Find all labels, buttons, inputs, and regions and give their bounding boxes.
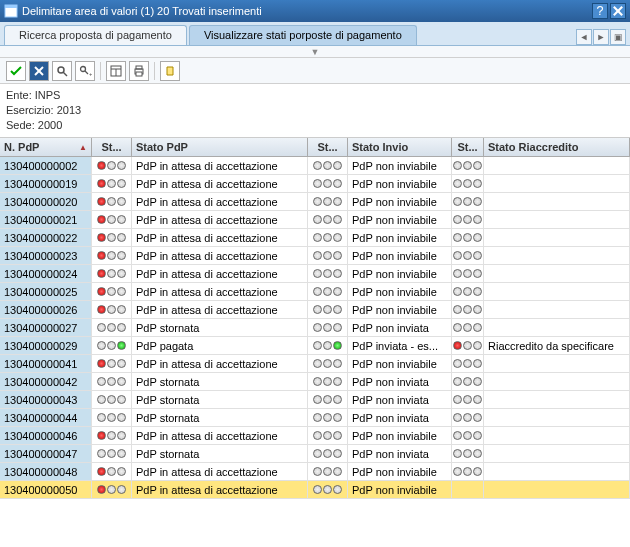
cell-st1 xyxy=(92,283,132,300)
cell-st3 xyxy=(452,427,484,444)
cell-st1 xyxy=(92,463,132,480)
tab-list-button[interactable]: ▣ xyxy=(610,29,626,45)
cell-stato-pdp: PdP in attesa di accettazione xyxy=(132,283,308,300)
table-row[interactable]: 130400000019PdP in attesa di accettazion… xyxy=(0,175,630,193)
cell-stato-pdp: PdP in attesa di accettazione xyxy=(132,175,308,192)
status-light-icon xyxy=(313,215,342,224)
table-row[interactable]: 130400000023PdP in attesa di accettazion… xyxy=(0,247,630,265)
cell-st3 xyxy=(452,355,484,372)
col-st3[interactable]: St... xyxy=(452,138,484,156)
confirm-button[interactable] xyxy=(6,61,26,81)
cell-stato-riaccredito xyxy=(484,409,630,426)
cell-st2 xyxy=(308,193,348,210)
status-light-icon xyxy=(313,359,342,368)
cell-st1 xyxy=(92,265,132,282)
cell-st2 xyxy=(308,301,348,318)
cell-stato-riaccredito: Riaccredito da specificare xyxy=(484,337,630,354)
cell-st2 xyxy=(308,283,348,300)
col-st2[interactable]: St... xyxy=(308,138,348,156)
cell-st3 xyxy=(452,337,484,354)
table-row[interactable]: 130400000042PdP stornataPdP non inviata xyxy=(0,373,630,391)
table-row[interactable]: 130400000002PdP in attesa di accettazion… xyxy=(0,157,630,175)
table-row[interactable]: 130400000047PdP stornataPdP non inviata xyxy=(0,445,630,463)
col-stato-riaccredito[interactable]: Stato Riaccredito xyxy=(484,138,630,156)
window-close-button[interactable] xyxy=(610,3,626,19)
cell-st1 xyxy=(92,427,132,444)
svg-text:+: + xyxy=(89,71,92,77)
table-row[interactable]: 130400000050PdP in attesa di accettazion… xyxy=(0,481,630,499)
table-row[interactable]: 130400000024PdP in attesa di accettazion… xyxy=(0,265,630,283)
cell-stato-riaccredito xyxy=(484,301,630,318)
table-row[interactable]: 130400000044PdP stornataPdP non inviata xyxy=(0,409,630,427)
tab-prev-button[interactable]: ◄ xyxy=(576,29,592,45)
cell-stato-riaccredito xyxy=(484,391,630,408)
collapse-arrow[interactable]: ▼ xyxy=(0,46,630,58)
cell-stato-invio: PdP non inviabile xyxy=(348,355,452,372)
layout-button[interactable] xyxy=(106,61,126,81)
cell-st3 xyxy=(452,175,484,192)
tab-ricerca-proposta[interactable]: Ricerca proposta di pagamento xyxy=(4,25,187,45)
table-row[interactable]: 130400000043PdP stornataPdP non inviata xyxy=(0,391,630,409)
cell-stato-riaccredito xyxy=(484,211,630,228)
status-light-icon xyxy=(313,287,342,296)
tab-next-button[interactable]: ► xyxy=(593,29,609,45)
table-row[interactable]: 130400000020PdP in attesa di accettazion… xyxy=(0,193,630,211)
cell-stato-riaccredito xyxy=(484,319,630,336)
cancel-button[interactable] xyxy=(29,61,49,81)
cell-npdp: 130400000027 xyxy=(0,319,92,336)
svg-line-8 xyxy=(63,72,67,76)
col-stato-pdp[interactable]: Stato PdP xyxy=(132,138,308,156)
cell-st1 xyxy=(92,355,132,372)
cell-stato-riaccredito xyxy=(484,229,630,246)
status-light-icon xyxy=(453,467,482,476)
cell-stato-riaccredito xyxy=(484,445,630,462)
cell-stato-riaccredito xyxy=(484,463,630,480)
status-light-icon xyxy=(313,197,342,206)
cell-st3 xyxy=(452,409,484,426)
cell-npdp: 130400000046 xyxy=(0,427,92,444)
export-button[interactable] xyxy=(160,61,180,81)
cell-st1 xyxy=(92,301,132,318)
status-light-icon xyxy=(453,161,482,170)
status-light-icon xyxy=(97,467,126,476)
col-st1[interactable]: St... xyxy=(92,138,132,156)
esercizio-label: Esercizio: xyxy=(6,104,54,116)
status-light-icon xyxy=(453,287,482,296)
window-help-button[interactable]: ? xyxy=(592,3,608,19)
print-button[interactable] xyxy=(129,61,149,81)
col-npdp[interactable]: N. PdP▲ xyxy=(0,138,92,156)
table-row[interactable]: 130400000027PdP stornataPdP non inviata xyxy=(0,319,630,337)
status-light-icon xyxy=(97,485,126,494)
table-row[interactable]: 130400000029PdP pagataPdP inviata - es..… xyxy=(0,337,630,355)
toolbar: + xyxy=(0,58,630,84)
find-next-button[interactable]: + xyxy=(75,61,95,81)
tab-visualizzare-stati[interactable]: Visualizzare stati porposte di pagamento xyxy=(189,25,417,45)
status-light-icon xyxy=(97,323,126,332)
status-light-icon xyxy=(313,161,342,170)
col-stato-invio[interactable]: Stato Invio xyxy=(348,138,452,156)
cell-st1 xyxy=(92,247,132,264)
cell-stato-invio: PdP non inviabile xyxy=(348,481,452,498)
cell-stato-riaccredito xyxy=(484,157,630,174)
table-row[interactable]: 130400000046PdP in attesa di accettazion… xyxy=(0,427,630,445)
cell-npdp: 130400000023 xyxy=(0,247,92,264)
cell-st2 xyxy=(308,265,348,282)
cell-stato-invio: PdP non inviabile xyxy=(348,247,452,264)
table-row[interactable]: 130400000048PdP in attesa di accettazion… xyxy=(0,463,630,481)
table-row[interactable]: 130400000026PdP in attesa di accettazion… xyxy=(0,301,630,319)
cell-st1 xyxy=(92,193,132,210)
cell-npdp: 130400000029 xyxy=(0,337,92,354)
status-light-icon xyxy=(97,395,126,404)
table-row[interactable]: 130400000021PdP in attesa di accettazion… xyxy=(0,211,630,229)
status-light-icon xyxy=(453,323,482,332)
cell-st2 xyxy=(308,211,348,228)
table-row[interactable]: 130400000041PdP in attesa di accettazion… xyxy=(0,355,630,373)
cell-stato-pdp: PdP stornata xyxy=(132,409,308,426)
window-icon xyxy=(4,4,18,18)
find-button[interactable] xyxy=(52,61,72,81)
table-row[interactable]: 130400000025PdP in attesa di accettazion… xyxy=(0,283,630,301)
table-row[interactable]: 130400000022PdP in attesa di accettazion… xyxy=(0,229,630,247)
cell-st3 xyxy=(452,445,484,462)
cell-stato-riaccredito xyxy=(484,427,630,444)
cell-stato-invio: PdP non inviabile xyxy=(348,283,452,300)
